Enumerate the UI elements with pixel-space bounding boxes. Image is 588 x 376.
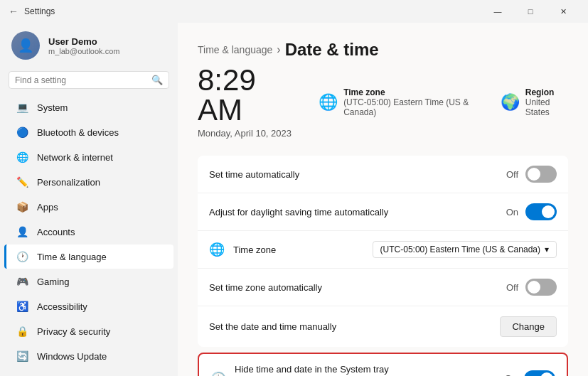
timezone-icon: 🌐 bbox=[319, 93, 338, 112]
dropdown-timezone[interactable]: (UTC-05:00) Eastern Time (US & Canada) ▾ bbox=[373, 241, 557, 258]
settings-card: Set time automatically Off Adjust for da… bbox=[198, 156, 568, 347]
timezone-icon: 🌐 bbox=[209, 242, 225, 257]
apps-icon: 📦 bbox=[16, 200, 28, 213]
sidebar-label-timelang: Time & language bbox=[37, 252, 107, 262]
nav-list: 💻 System 🔵 Bluetooth & devices 🌐 Network… bbox=[0, 95, 178, 369]
timezone-value: (UTC-05:00) Eastern Time (US & Canada) bbox=[343, 97, 483, 117]
hide-tray-icon: 🕐 bbox=[210, 371, 226, 377]
region-text: Region United States bbox=[525, 87, 568, 117]
search-box[interactable]: 🔍 bbox=[9, 71, 169, 89]
setting-row-set-time-auto: Set time automatically Off bbox=[198, 156, 568, 193]
dropdown-value-timezone: (UTC-05:00) Eastern Time (US & Canada) bbox=[380, 245, 540, 254]
breadcrumb-parent: Time & language bbox=[198, 44, 272, 55]
toggle-label-hide-tray: On bbox=[505, 373, 517, 376]
time-meta: 🌐 Time zone (UTC-05:00) Eastern Time (US… bbox=[319, 87, 568, 117]
bluetooth-icon: 🔵 bbox=[16, 126, 28, 139]
setting-right-timezone: (UTC-05:00) Eastern Time (US & Canada) ▾ bbox=[373, 241, 557, 258]
time-header: 8:29 AM Monday, April 10, 2023 🌐 Time zo… bbox=[198, 65, 568, 139]
sidebar: 👤 User Demo m_lab@outlook.com 🔍 💻 System… bbox=[0, 23, 178, 376]
setting-label-set-date-manually: Set the date and time manually bbox=[209, 321, 336, 332]
sidebar-label-accounts: Accounts bbox=[37, 227, 75, 237]
sidebar-item-personalization[interactable]: ✏️ Personalization bbox=[4, 170, 173, 194]
sidebar-item-apps[interactable]: 📦 Apps bbox=[4, 195, 173, 219]
sidebar-label-update: Windows Update bbox=[37, 351, 107, 362]
setting-label-set-time-auto: Set time automatically bbox=[209, 169, 299, 180]
main-content: Time & language › Date & time 8:29 AM Mo… bbox=[178, 23, 588, 376]
setting-label-wrap-timezone: Time zone bbox=[233, 245, 276, 255]
window-title: Settings bbox=[24, 6, 55, 16]
setting-label-wrap-set-date-manually: Set the date and time manually bbox=[209, 321, 336, 332]
system-icon: 💻 bbox=[16, 101, 28, 114]
setting-right-daylight-saving: On bbox=[506, 203, 557, 220]
sidebar-label-personalization: Personalization bbox=[37, 177, 100, 188]
sidebar-item-system[interactable]: 💻 System bbox=[4, 95, 173, 119]
gaming-icon: 🎮 bbox=[16, 275, 28, 288]
setting-row-set-timezone-auto: Set time zone automatically Off bbox=[198, 269, 568, 306]
setting-label-hide-tray: Hide time and date in the System tray bbox=[235, 364, 505, 375]
toggle-label-set-time-auto: Off bbox=[506, 169, 518, 180]
toggle-set-timezone-auto[interactable] bbox=[525, 279, 557, 296]
setting-right-set-time-auto: Off bbox=[506, 166, 557, 183]
setting-right-set-timezone-auto: Off bbox=[506, 279, 557, 296]
region-icon: 🌍 bbox=[501, 93, 520, 112]
sidebar-item-update[interactable]: 🔄 Windows Update bbox=[4, 344, 173, 368]
toggle-thumb-set-timezone-auto bbox=[528, 281, 540, 294]
sidebar-item-gaming[interactable]: 🎮 Gaming bbox=[4, 269, 173, 294]
setting-label-timezone: Time zone bbox=[233, 245, 276, 255]
back-button[interactable]: ← bbox=[9, 6, 18, 17]
region-label: Region bbox=[525, 87, 568, 97]
toggle-set-time-auto[interactable] bbox=[525, 166, 557, 183]
breadcrumb-current: Date & time bbox=[285, 40, 379, 60]
toggle-thumb-daylight-saving bbox=[542, 205, 555, 218]
search-icon: 🔍 bbox=[151, 75, 163, 85]
sidebar-item-accounts[interactable]: 👤 Accounts bbox=[4, 220, 173, 244]
setting-with-icon-hide-tray: 🕐 Hide time and date in the System tray … bbox=[210, 364, 505, 376]
close-button[interactable]: ✕ bbox=[547, 0, 579, 23]
accessibility-icon: ♿ bbox=[16, 300, 28, 313]
setting-label-set-timezone-auto: Set time zone automatically bbox=[209, 282, 322, 293]
sidebar-item-network[interactable]: 🌐 Network & internet bbox=[4, 145, 173, 169]
maximize-button[interactable]: □ bbox=[514, 0, 547, 23]
sidebar-label-gaming: Gaming bbox=[37, 276, 70, 287]
sidebar-item-accessibility[interactable]: ♿ Accessibility bbox=[4, 294, 173, 318]
setting-label-wrap-daylight-saving: Adjust for daylight saving time automati… bbox=[209, 207, 388, 217]
user-profile[interactable]: 👤 User Demo m_lab@outlook.com bbox=[0, 23, 178, 71]
sidebar-label-system: System bbox=[37, 102, 68, 113]
sidebar-item-bluetooth[interactable]: 🔵 Bluetooth & devices bbox=[4, 120, 173, 144]
settings-list: Set time automatically Off Adjust for da… bbox=[198, 156, 568, 376]
setting-right-set-date-manually: Change bbox=[500, 316, 557, 337]
sidebar-label-privacy: Privacy & security bbox=[37, 326, 110, 337]
window-controls: — □ ✕ bbox=[481, 0, 579, 23]
sidebar-label-apps: Apps bbox=[37, 202, 58, 213]
toggle-daylight-saving[interactable] bbox=[525, 203, 557, 220]
time-display: 8:29 AM Monday, April 10, 2023 bbox=[198, 65, 296, 139]
search-input[interactable] bbox=[15, 75, 147, 85]
timezone-text: Time zone (UTC-05:00) Eastern Time (US &… bbox=[343, 87, 483, 117]
timezone-meta: 🌐 Time zone (UTC-05:00) Eastern Time (US… bbox=[319, 87, 483, 117]
app-body: 👤 User Demo m_lab@outlook.com 🔍 💻 System… bbox=[0, 23, 588, 376]
time-date: Monday, April 10, 2023 bbox=[198, 128, 296, 139]
sidebar-item-timelang[interactable]: 🕐 Time & language bbox=[4, 245, 173, 269]
breadcrumb-separator: › bbox=[277, 43, 280, 56]
region-value: United States bbox=[525, 97, 568, 117]
sidebar-item-privacy[interactable]: 🔒 Privacy & security bbox=[4, 319, 173, 343]
setting-row-daylight-saving: Adjust for daylight saving time automati… bbox=[198, 193, 568, 231]
timezone-label: Time zone bbox=[343, 87, 483, 97]
user-name: User Demo bbox=[48, 36, 119, 47]
sidebar-label-accessibility: Accessibility bbox=[37, 301, 87, 312]
change-button-set-date-manually[interactable]: Change bbox=[500, 316, 557, 337]
setting-row-set-date-manually: Set the date and time manually Change bbox=[198, 306, 568, 347]
setting-label-wrap-set-time-auto: Set time automatically bbox=[209, 169, 299, 180]
setting-with-icon-timezone: 🌐 Time zone bbox=[209, 242, 276, 257]
toggle-label-daylight-saving: On bbox=[506, 207, 518, 217]
titlebar-left: ← Settings bbox=[9, 6, 55, 17]
toggle-thumb-set-time-auto bbox=[528, 168, 540, 181]
toggle-hide-tray[interactable] bbox=[524, 370, 555, 377]
setting-row-hide-tray: 🕐 Hide time and date in the System tray … bbox=[198, 353, 568, 376]
sidebar-label-bluetooth: Bluetooth & devices bbox=[37, 127, 119, 138]
titlebar: ← Settings — □ ✕ bbox=[0, 0, 588, 23]
chevron-down-icon: ▾ bbox=[545, 245, 549, 254]
update-icon: 🔄 bbox=[16, 350, 28, 362]
minimize-button[interactable]: — bbox=[481, 0, 514, 23]
network-icon: 🌐 bbox=[16, 151, 28, 163]
